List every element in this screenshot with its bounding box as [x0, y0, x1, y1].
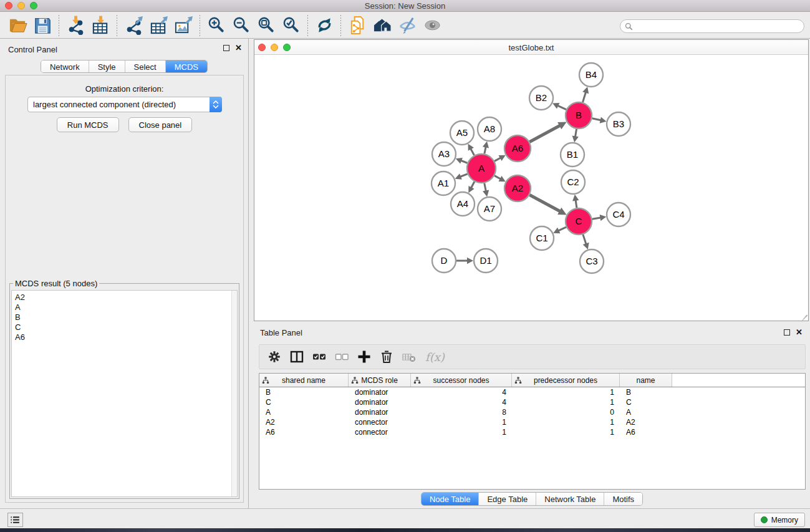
edge-B-B3[interactable]	[592, 118, 601, 120]
cell-predecessor-nodes[interactable]: 0	[512, 408, 620, 417]
memory-button[interactable]: Memory	[754, 513, 805, 527]
cell-shared-name[interactable]: A2	[259, 418, 349, 427]
tab-edge-table[interactable]: Edge Table	[479, 493, 536, 505]
zoom-selected-icon[interactable]	[279, 14, 304, 37]
result-item[interactable]: A6	[12, 332, 237, 342]
show-all-icon[interactable]	[420, 14, 445, 37]
table-row[interactable]: A6connector11A6	[259, 427, 805, 437]
column-header-MCDS-role[interactable]: MCDS role	[349, 374, 411, 387]
cell-name[interactable]: A	[620, 408, 672, 417]
export-image-icon[interactable]	[171, 14, 196, 37]
task-history-button[interactable]	[7, 513, 23, 527]
cell-name[interactable]: A2	[620, 418, 672, 427]
table-close-panel-icon[interactable]: ✕	[796, 329, 803, 336]
mcds-result-list[interactable]: A2ABCA6	[11, 290, 238, 497]
cell-successor-nodes[interactable]: 8	[411, 408, 512, 417]
resize-grip-icon[interactable]	[799, 312, 808, 320]
edge-B-B2[interactable]	[557, 105, 566, 110]
cell-MCDS-role[interactable]: connector	[349, 428, 411, 437]
tab-select[interactable]: Select	[125, 60, 166, 72]
save-session-icon[interactable]	[30, 14, 55, 37]
cell-successor-nodes[interactable]: 4	[411, 388, 512, 397]
export-table-icon[interactable]	[146, 14, 171, 37]
result-item[interactable]: A	[12, 302, 237, 312]
close-panel-button[interactable]: Close panel	[128, 117, 193, 132]
open-file-icon[interactable]	[5, 14, 30, 37]
network-window-titlebar[interactable]: testGlobe.txt	[254, 40, 808, 55]
cell-predecessor-nodes[interactable]: 1	[512, 388, 620, 397]
edge-A-A1[interactable]	[460, 174, 468, 177]
cell-name[interactable]: A6	[620, 428, 672, 437]
edge-C-C3[interactable]	[583, 235, 586, 244]
table-float-panel-icon[interactable]	[784, 329, 790, 336]
edge-A2-C[interactable]	[529, 195, 561, 211]
columns-icon[interactable]	[286, 346, 308, 367]
cell-successor-nodes[interactable]: 1	[411, 418, 512, 427]
table-row[interactable]: Bdominator41B	[259, 387, 805, 397]
cell-successor-nodes[interactable]: 4	[411, 398, 512, 407]
new-network-from-selection-icon[interactable]	[345, 14, 370, 37]
edge-B-B1[interactable]	[575, 129, 576, 138]
cell-predecessor-nodes[interactable]: 1	[512, 398, 620, 407]
cell-MCDS-role[interactable]: connector	[349, 418, 411, 427]
refresh-icon[interactable]	[312, 14, 337, 37]
zoom-out-icon[interactable]	[229, 14, 254, 37]
result-item[interactable]: C	[12, 322, 237, 332]
cell-MCDS-role[interactable]: dominator	[349, 408, 411, 417]
edge-C-C2[interactable]	[576, 200, 577, 208]
zoom-in-icon[interactable]	[204, 14, 229, 37]
cell-MCDS-role[interactable]: dominator	[349, 398, 411, 407]
gear-icon[interactable]	[263, 346, 286, 367]
optimization-criterion-select[interactable]: largest connected component (directed)	[27, 97, 222, 112]
delete-icon[interactable]	[375, 346, 398, 367]
close-panel-icon[interactable]: ✕	[235, 45, 242, 51]
cell-predecessor-nodes[interactable]: 1	[512, 418, 620, 427]
result-scrollbar[interactable]	[231, 291, 237, 496]
tab-network-table[interactable]: Network Table	[536, 493, 604, 505]
select-all-icon[interactable]	[308, 346, 330, 367]
column-header-successor-nodes[interactable]: successor nodes	[411, 374, 512, 387]
network-canvas[interactable]: B4B2BB3A5A8A6A3B1AA1C2A2A4A7C4CC1C3DD1	[254, 55, 808, 321]
zoom-fit-icon[interactable]	[254, 14, 279, 37]
first-neighbors-icon[interactable]	[370, 14, 395, 37]
search-box[interactable]	[620, 19, 804, 33]
edge-A6-B[interactable]	[529, 125, 561, 142]
search-input[interactable]	[633, 22, 804, 31]
export-network-icon[interactable]	[121, 14, 146, 37]
import-network-icon[interactable]	[63, 14, 88, 37]
cell-shared-name[interactable]: A	[259, 408, 349, 417]
column-header-shared-name[interactable]: shared name	[259, 374, 349, 387]
tab-motifs[interactable]: Motifs	[604, 493, 642, 505]
cell-predecessor-nodes[interactable]: 1	[512, 428, 620, 437]
edge-A-A7[interactable]	[485, 183, 486, 192]
node-table[interactable]: shared nameMCDS rolesuccessor nodesprede…	[259, 373, 806, 490]
edge-C-C1[interactable]	[557, 227, 566, 231]
result-item[interactable]: A2	[12, 293, 237, 302]
import-table-icon[interactable]	[88, 14, 113, 37]
cell-name[interactable]: C	[620, 398, 672, 407]
run-mcds-button[interactable]: Run MCDS	[57, 117, 119, 132]
deselect-all-icon[interactable]	[330, 346, 353, 367]
float-panel-icon[interactable]	[223, 45, 229, 51]
result-item[interactable]: B	[12, 312, 237, 322]
tab-network[interactable]: Network	[41, 60, 89, 72]
cell-shared-name[interactable]: C	[259, 398, 349, 407]
hide-selection-icon[interactable]	[395, 14, 420, 37]
column-header-predecessor-nodes[interactable]: predecessor nodes	[512, 374, 620, 387]
cell-MCDS-role[interactable]: dominator	[349, 388, 411, 397]
tab-node-table[interactable]: Node Table	[422, 493, 480, 505]
cell-shared-name[interactable]: B	[259, 388, 349, 397]
cell-shared-name[interactable]: A6	[259, 428, 349, 437]
edge-C-C4[interactable]	[592, 218, 602, 220]
tab-style[interactable]: Style	[89, 60, 125, 72]
cell-successor-nodes[interactable]: 1	[411, 428, 512, 437]
column-header-name[interactable]: name	[620, 374, 672, 387]
add-icon[interactable]	[353, 346, 375, 367]
table-row[interactable]: Adominator80A	[259, 407, 805, 417]
edge-B-B4[interactable]	[582, 92, 586, 102]
table-row[interactable]: Cdominator41C	[259, 397, 805, 407]
network-graph[interactable]: B4B2BB3A5A8A6A3B1AA1C2A2A4A7C4CC1C3DD1	[254, 55, 808, 321]
tab-mcds[interactable]: MCDS	[166, 60, 207, 72]
cell-name[interactable]: B	[620, 388, 672, 397]
table-row[interactable]: A2connector11A2	[259, 417, 805, 427]
